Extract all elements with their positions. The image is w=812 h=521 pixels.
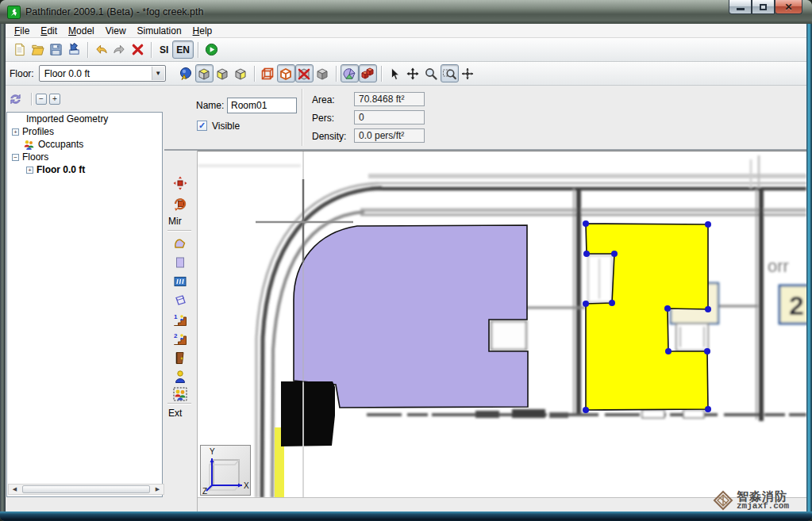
menu-item-file[interactable]: File — [9, 25, 35, 37]
new-button[interactable] — [10, 40, 29, 59]
save-button[interactable] — [47, 40, 65, 59]
solid-cube-icon — [279, 67, 293, 81]
zoom-extents-button[interactable] — [459, 64, 477, 82]
units-si-button[interactable]: SI — [156, 40, 172, 59]
scroll-left-arrow[interactable]: ◀ — [9, 485, 21, 494]
open-button[interactable] — [29, 40, 47, 59]
zoom-tool-button[interactable] — [422, 64, 441, 82]
units-en-button[interactable]: EN — [172, 40, 194, 59]
wireframe-button[interactable] — [259, 64, 277, 82]
show-objects-button[interactable] — [359, 64, 377, 82]
prism-icon — [173, 293, 187, 308]
vertex-handle[interactable] — [704, 348, 710, 354]
refresh-tree-icon[interactable] — [9, 93, 22, 106]
polygon-room-tool[interactable] — [170, 235, 190, 252]
tree-item-profiles[interactable]: +Profiles — [7, 125, 162, 138]
show-rooms-button[interactable] — [341, 64, 359, 82]
canvas-room-room01[interactable] — [294, 225, 528, 408]
tree-item-label: Floors — [22, 151, 48, 163]
canvas-bottom-strip: 智淼消防 zmjaxf.com — [198, 497, 806, 511]
zoom-box-tool-button[interactable] — [441, 64, 459, 82]
extract-tool[interactable]: Ext — [168, 408, 182, 419]
vertex-handle[interactable] — [583, 220, 589, 227]
floorplan-canvas[interactable]: orr 2 — [198, 151, 806, 498]
watermark-logo-icon — [713, 490, 733, 511]
vertex-handle[interactable] — [583, 251, 590, 257]
vertex-handle[interactable] — [705, 406, 711, 412]
rectangle-room-tool[interactable] — [170, 254, 190, 271]
menu-item-help[interactable]: Help — [187, 25, 218, 37]
tree-item-floor-0-0-ft[interactable]: +Floor 0.0 ft — [7, 163, 162, 176]
add-occupant-tool[interactable] — [170, 368, 190, 385]
canvas-viewport[interactable]: orr 2 — [198, 151, 806, 511]
expand-icon[interactable]: + — [12, 128, 19, 136]
rotate-object-tool[interactable] — [170, 195, 190, 213]
stairs-one-tool[interactable]: 1 — [170, 311, 190, 328]
vertex-handle[interactable] — [705, 306, 711, 312]
menu-item-model[interactable]: Model — [63, 25, 100, 37]
mirror-tool[interactable]: Mir — [168, 216, 182, 227]
minimize-button[interactable] — [729, 0, 752, 14]
tree-item-floors[interactable]: −Floors — [7, 151, 162, 163]
view-side-button[interactable] — [232, 64, 250, 82]
menu-item-edit[interactable]: Edit — [35, 25, 63, 37]
tree-item-occupants[interactable]: Occupants — [7, 138, 162, 151]
expand-icon[interactable]: + — [26, 167, 33, 174]
add-occupant-group-tool[interactable] — [170, 385, 190, 403]
prism-tool[interactable] — [170, 292, 190, 309]
pers-value: 0 — [354, 110, 425, 125]
room-name-input[interactable] — [227, 98, 297, 113]
floor-select[interactable]: Floor 0.0 ft ▼ — [39, 65, 166, 82]
pan-tool-button[interactable] — [404, 64, 422, 82]
tree-item-imported-geometry[interactable]: Imported Geometry — [7, 113, 162, 125]
collapse-all-button[interactable]: − — [36, 94, 47, 105]
vertex-handle[interactable] — [665, 348, 672, 354]
import-button[interactable] — [65, 40, 83, 59]
thin-room-tool[interactable] — [170, 273, 190, 290]
collapse-icon[interactable]: − — [12, 154, 19, 161]
menu-item-view[interactable]: View — [100, 25, 132, 37]
thin-room-icon — [173, 274, 187, 289]
toolbar-separator — [336, 66, 337, 82]
vertex-handle[interactable] — [705, 221, 711, 228]
hide-geometry-button[interactable] — [295, 64, 314, 82]
titlebar[interactable]: Pathfinder 2009.1 (Beta) - *fog creek.pt… — [0, 0, 812, 24]
view-top-button[interactable] — [195, 64, 214, 82]
redo-button[interactable] — [110, 40, 129, 59]
vertex-handle[interactable] — [583, 301, 589, 307]
chevron-down-icon[interactable]: ▼ — [152, 67, 164, 80]
menu-item-simulation[interactable]: Simulation — [132, 25, 187, 37]
toolbar-separator — [87, 42, 88, 58]
view-front-button[interactable] — [214, 64, 232, 82]
canvas-obstruction[interactable] — [281, 381, 335, 446]
run-simulation-button[interactable] — [202, 40, 221, 59]
rooms-view-icon — [342, 67, 356, 81]
gray-cube-icon — [315, 67, 329, 81]
stairs-two-tool[interactable]: 2 — [170, 330, 190, 347]
visible-checkbox[interactable]: ✓ — [197, 121, 207, 131]
cube-left-icon — [215, 67, 229, 81]
delete-icon — [131, 43, 144, 56]
room-number-label: 2 — [789, 290, 804, 320]
move-object-tool[interactable] — [170, 174, 190, 192]
close-button[interactable]: ✕ — [775, 0, 802, 14]
show-geometry-button[interactable] — [314, 64, 332, 82]
scrollbar-thumb[interactable] — [22, 485, 150, 493]
watermark-text: 智淼消防 — [737, 490, 789, 502]
delete-button[interactable] — [129, 40, 147, 59]
scroll-right-arrow[interactable]: ▶ — [152, 485, 164, 494]
vertex-handle[interactable] — [664, 305, 671, 312]
vertex-handle[interactable] — [583, 407, 589, 413]
vertex-handle[interactable] — [609, 300, 615, 306]
undo-button[interactable] — [92, 40, 110, 59]
area-value: 70.8468 ft² — [354, 92, 425, 106]
tree-horizontal-scrollbar[interactable]: ◀ ▶ — [8, 484, 164, 495]
door-tool[interactable] — [170, 349, 190, 366]
select-tool-button[interactable] — [386, 64, 404, 82]
undo-icon — [94, 43, 108, 56]
expand-all-button[interactable]: + — [49, 94, 60, 105]
vertex-handle[interactable] — [611, 251, 618, 257]
orbit-view-button[interactable] — [177, 64, 195, 82]
solid-button[interactable] — [277, 64, 295, 82]
maximize-button[interactable] — [752, 0, 775, 14]
